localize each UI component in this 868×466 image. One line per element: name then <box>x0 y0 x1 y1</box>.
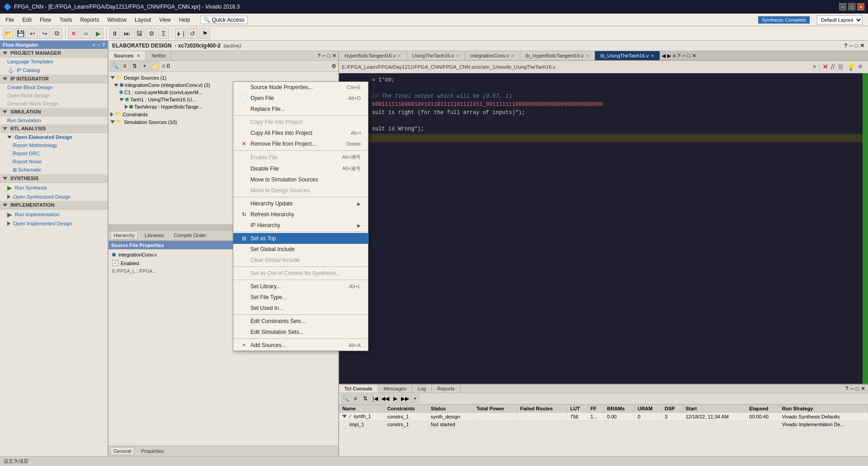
nav-run-synthesis[interactable]: ▶ Run Synthesis <box>0 183 108 193</box>
elab-close-icon[interactable]: ✕ <box>860 43 864 49</box>
enabled-checkbox[interactable] <box>112 260 118 266</box>
editor-tab-1[interactable]: UsingTheTanh16.v ✕ <box>407 51 465 60</box>
maximize-button[interactable]: □ <box>848 3 855 10</box>
nav-report-methodology[interactable]: Report Methodology <box>0 141 108 149</box>
tb-undo-btn[interactable]: ↩ <box>27 28 38 39</box>
sources-search-btn[interactable]: 🔍 <box>110 62 119 71</box>
ctx-hierarchy-update[interactable]: Hierarchy Update ▶ <box>233 198 368 209</box>
tb-sigma-btn[interactable]: Σ <box>158 28 169 39</box>
bt-prev-btn[interactable]: ◀◀ <box>381 394 390 403</box>
tab-tcl-console[interactable]: Tcl Console <box>339 385 378 393</box>
close-file-icon[interactable]: ✕ <box>812 64 816 70</box>
nav-open-elaborated-design[interactable]: Open Elaborated Design <box>0 133 108 141</box>
bp-close-icon[interactable]: ✕ <box>861 385 865 392</box>
tab-close-3[interactable]: ✕ <box>585 53 589 58</box>
sources-help-icon[interactable]: ? <box>317 53 320 58</box>
implementation-header[interactable]: IMPLEMENTATION <box>0 201 108 209</box>
nav-open-block-design[interactable]: Open Block Design <box>0 91 108 100</box>
ctx-set-file-type[interactable]: Set File Type... <box>233 292 368 303</box>
settings-gear-icon[interactable]: ⚙ <box>858 64 863 70</box>
tb-reset-btn[interactable]: ↺ <box>187 28 198 39</box>
ctx-set-global-include[interactable]: Set Global Include <box>233 244 368 255</box>
pin-icon[interactable]: ≡ <box>93 43 95 48</box>
ctx-edit-simulation-sets[interactable]: Edit Simulation Sets... <box>233 327 368 338</box>
quick-access-bar[interactable]: 🔍 Quick Access <box>200 16 248 24</box>
bt-play-btn[interactable]: ▶ <box>391 394 400 403</box>
sources-sort-btn[interactable]: ⇅ <box>130 62 139 71</box>
tab-list-icon[interactable]: ≡ <box>673 53 675 58</box>
bt-sort-btn[interactable]: ⇅ <box>361 394 370 403</box>
tb-copy-btn[interactable]: ⧉ <box>52 28 62 39</box>
help-icon[interactable]: ? <box>102 43 105 48</box>
sources-close-icon[interactable]: ✕ <box>137 53 140 58</box>
bt-add-btn[interactable]: + <box>410 394 420 403</box>
elab-help-icon[interactable]: ? <box>844 43 847 49</box>
synthesis-header[interactable]: SYNTHESIS <box>0 174 108 183</box>
bt-search-btn[interactable]: 🔍 <box>341 394 350 403</box>
tab-compile-order[interactable]: Compile Order <box>170 231 209 239</box>
elab-maximize-icon[interactable]: □ <box>855 43 858 49</box>
tab-hierarchy[interactable]: Hierarchy <box>110 231 138 239</box>
nav-create-block-design[interactable]: Create Block Design <box>0 83 108 91</box>
code-editor[interactable]: = 1'b0; // The final output which will b… <box>339 73 868 384</box>
menu-help[interactable]: Help <box>175 16 194 24</box>
elab-controls[interactable]: ? ─ □ ✕ <box>844 43 864 49</box>
uncomment-icon[interactable]: ≣ <box>838 62 844 71</box>
nav-language-templates[interactable]: Language Templates <box>0 57 108 66</box>
nav-run-simulation[interactable]: Run Simulation <box>0 116 108 124</box>
simulation-header[interactable]: SIMULATION <box>0 108 108 116</box>
menu-file[interactable]: File <box>2 16 18 24</box>
ctx-open-file[interactable]: 📄 Open File Alt+O <box>233 93 368 104</box>
editor-maximize-icon[interactable]: □ <box>687 53 690 58</box>
editor-tab-4[interactable]: tb_UsingTheTanh16.v ✕ <box>595 51 660 60</box>
bp-minimize-icon[interactable]: ─ <box>850 385 854 392</box>
nav-schematic[interactable]: ⊞ Schematic <box>0 166 108 174</box>
minimize-button[interactable]: ─ <box>839 3 846 10</box>
ctx-ip-hierarchy[interactable]: IP Hierarchy ▶ <box>233 220 368 231</box>
tab-properties[interactable]: Properties <box>138 447 167 455</box>
tb-connect-btn[interactable]: ∞ <box>80 28 91 39</box>
prev-tab-icon[interactable]: ◀ <box>662 53 665 59</box>
tb-step2-btn[interactable]: ⏵| <box>175 28 186 39</box>
editor-minimize-icon[interactable]: ─ <box>682 53 686 58</box>
menu-window[interactable]: Window <box>104 16 130 24</box>
menu-layout[interactable]: Layout <box>131 16 155 24</box>
breakpoint-icon[interactable]: ✕ <box>822 62 828 71</box>
menu-view[interactable]: View <box>156 16 175 24</box>
editor-tab-0[interactable]: HyperBolicTangent16.v ✕ <box>339 51 407 60</box>
project-manager-header[interactable]: PROJECT MANAGER <box>0 49 108 57</box>
nav-open-implemented-design[interactable]: Open Implemented Design <box>0 219 108 228</box>
nav-ip-catalog[interactable]: ⚓ IP Catalog <box>0 66 108 75</box>
tb-save-btn[interactable]: 💾 <box>15 28 26 39</box>
tb-open-btn[interactable]: 📂 <box>3 28 14 39</box>
sources-close-icon2[interactable]: ✕ <box>332 53 336 59</box>
tb-run-btn[interactable]: ▶ <box>93 28 104 39</box>
minimize-panel-icon[interactable]: ─ <box>97 43 100 48</box>
ctx-set-library[interactable]: Set Library... Alt+L <box>233 281 368 292</box>
tb-delete-btn[interactable]: ✕ <box>68 28 79 39</box>
sources-maximize-icon[interactable]: □ <box>327 53 330 58</box>
close-button[interactable]: ✕ <box>857 3 864 10</box>
ctx-replace-file[interactable]: Replace File... <box>233 104 368 114</box>
bt-filter-btn[interactable]: ≡ <box>351 394 360 403</box>
ctx-copy-all-files[interactable]: Copy All Files Into Project Alt+I <box>233 128 368 138</box>
tb-redo-btn[interactable]: ↪ <box>39 28 50 39</box>
sources-settings-btn[interactable]: ⚙ <box>331 63 336 69</box>
menu-reports[interactable]: Reports <box>76 16 103 24</box>
tb-save2-btn[interactable]: 🖫 <box>134 28 145 39</box>
nav-generate-block-design[interactable]: Generate Block Design <box>0 100 108 108</box>
bt-first-btn[interactable]: |◀ <box>371 394 380 403</box>
comment-icon[interactable]: // <box>831 63 835 71</box>
elab-minimize-icon[interactable]: ─ <box>849 43 853 49</box>
sources-add-btn[interactable]: + <box>140 62 149 71</box>
ip-integrator-header[interactable]: IP INTEGRATOR <box>0 75 108 83</box>
tab-netlist[interactable]: Netlist <box>146 51 171 60</box>
nav-run-implementation[interactable]: ▶ Run Implementation <box>0 209 108 219</box>
ctx-refresh-hierarchy[interactable]: ↻ Refresh Hierarchy <box>233 209 368 220</box>
bp-help-icon[interactable]: ? <box>845 385 849 392</box>
tb-gear-btn[interactable]: ⚙ <box>146 28 157 39</box>
ctx-remove-file[interactable]: ✕ Remove File from Project... Delete <box>233 138 368 149</box>
ctx-set-used-in[interactable]: Set Used In... <box>233 303 368 314</box>
layout-select[interactable]: Default Layout <box>817 15 863 24</box>
sources-minimize-icon[interactable]: ─ <box>322 53 326 58</box>
